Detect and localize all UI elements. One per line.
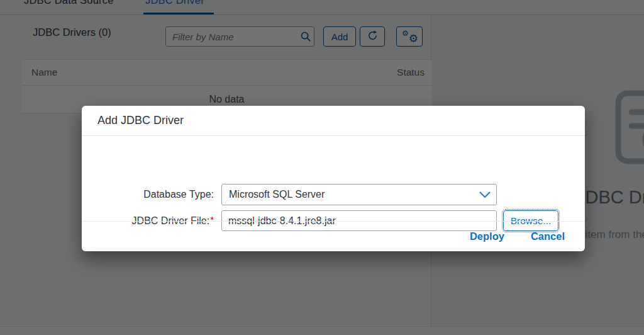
cancel-button[interactable]: Cancel: [531, 230, 565, 242]
database-type-label: Database Type:: [82, 184, 214, 205]
chevron-down-icon[interactable]: [474, 191, 496, 198]
dialog-header: Add JDBC Driver: [82, 106, 585, 136]
add-jdbc-driver-dialog: Add JDBC Driver Database Type: Microsoft…: [82, 106, 585, 251]
dialog-footer: Deploy Cancel: [82, 221, 585, 251]
dialog-title: Add JDBC Driver: [97, 114, 184, 127]
dialog-body: Database Type: Microsoft SQL Server JDBC…: [82, 136, 585, 221]
database-type-label-text: Database Type:: [143, 189, 214, 200]
database-type-value: Microsoft SQL Server: [222, 189, 474, 200]
deploy-button[interactable]: Deploy: [470, 230, 504, 242]
app-screen: JDBC Data Source JDBC Driver JDBC Driver…: [0, 0, 644, 335]
database-type-select[interactable]: Microsoft SQL Server: [221, 184, 497, 205]
